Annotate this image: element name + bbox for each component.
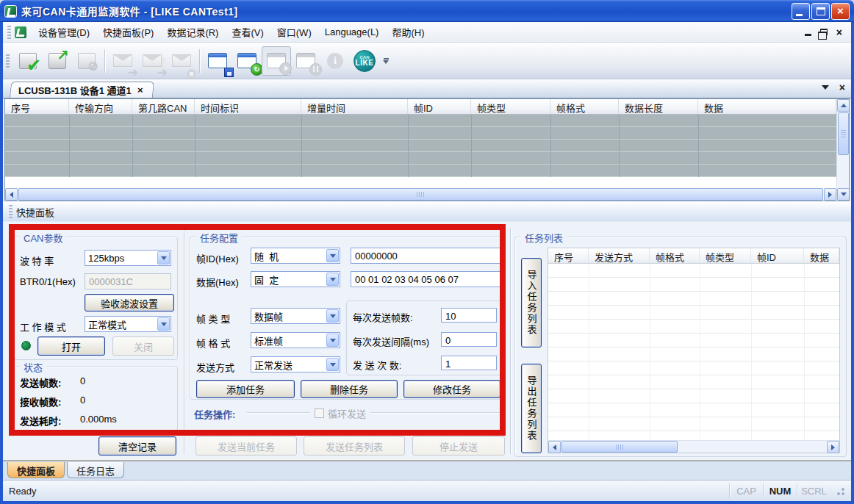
resize-grip[interactable]: [835, 486, 845, 496]
menu-item-device-management[interactable]: 设备管理(D): [32, 22, 96, 42]
scroll-right-arrow[interactable]: [824, 188, 836, 201]
frame-type-select[interactable]: 数据帧: [251, 308, 340, 324]
connect-device-icon[interactable]: ✔: [13, 46, 43, 76]
scroll-down-arrow[interactable]: [837, 188, 850, 201]
delete-task-button[interactable]: 删除任务: [301, 380, 398, 398]
toolbar-grip[interactable]: [6, 54, 10, 68]
tab-channel-document[interactable]: LCUSB-131B 设备1 通道1 ×: [10, 82, 155, 98]
scroll-left-arrow[interactable]: [548, 441, 561, 453]
open-button[interactable]: 打开: [37, 336, 105, 356]
pause-icon[interactable]: [291, 46, 320, 76]
frame-format-select[interactable]: 标准帧: [251, 332, 340, 348]
scroll-left-arrow[interactable]: [5, 188, 18, 201]
horizontal-scrollbar[interactable]: [5, 188, 836, 201]
column-header[interactable]: 数据: [804, 248, 839, 263]
column-header[interactable]: 帧ID: [408, 99, 471, 114]
tab-bar-close-icon[interactable]: ×: [839, 83, 845, 92]
stop-send-icon[interactable]: [167, 46, 196, 76]
mdi-child-icon[interactable]: [15, 26, 26, 38]
chevron-down-icon[interactable]: [157, 251, 170, 264]
column-header[interactable]: 第几路CAN: [132, 99, 195, 114]
menubar-grip[interactable]: [7, 26, 11, 39]
column-header[interactable]: 帧类型: [471, 99, 550, 114]
menu-item-view[interactable]: 查看(V): [226, 22, 269, 42]
scroll-up-arrow[interactable]: [837, 99, 850, 112]
loop-send-checkbox[interactable]: [315, 408, 324, 418]
tab-close-icon[interactable]: ×: [137, 84, 143, 96]
mdi-minimize-button[interactable]: [805, 34, 811, 36]
task-table-body-empty[interactable]: [548, 264, 839, 440]
menu-item-language[interactable]: Language(L): [319, 24, 385, 40]
send-frame-icon[interactable]: ➜: [108, 46, 137, 76]
column-header[interactable]: 时间标识: [195, 99, 301, 114]
toolbar-overflow-button[interactable]: [381, 58, 391, 64]
tab-list-dropdown-icon[interactable]: [822, 85, 829, 90]
work-mode-select[interactable]: 正常模式: [85, 316, 171, 332]
refresh-icon[interactable]: ↻: [232, 46, 262, 76]
frame-id-input[interactable]: 00000000: [351, 248, 500, 264]
menu-item-quick-panel[interactable]: 快捷面板(P): [97, 22, 159, 42]
info-icon[interactable]: i: [320, 46, 350, 76]
filter-settings-button[interactable]: 验收滤波设置: [85, 294, 174, 312]
baud-rate-select[interactable]: 125kbps: [85, 250, 171, 266]
chevron-down-icon[interactable]: [326, 358, 339, 371]
scroll-thumb[interactable]: [561, 441, 678, 453]
scroll-right-arrow[interactable]: [827, 441, 839, 453]
column-header[interactable]: 数据长度: [619, 99, 698, 114]
column-header[interactable]: 数据: [698, 99, 836, 114]
column-header[interactable]: 传输方向: [69, 99, 132, 114]
tab-task-log[interactable]: 任务日志: [67, 462, 124, 478]
import-task-list-button[interactable]: 导入任务列表: [521, 258, 542, 348]
scroll-thumb[interactable]: [18, 188, 823, 201]
per-count-input[interactable]: 10: [441, 308, 497, 323]
column-header[interactable]: 帧格式: [550, 99, 619, 114]
send-mode-select[interactable]: 正常发送: [251, 356, 340, 372]
vertical-scrollbar[interactable]: [836, 99, 849, 201]
play-icon[interactable]: [262, 46, 291, 76]
save-record-icon[interactable]: [203, 46, 232, 76]
data-mode-select[interactable]: 固 定: [251, 271, 340, 287]
modify-task-button[interactable]: 修改任务: [403, 380, 500, 398]
chevron-down-icon[interactable]: [326, 334, 339, 347]
chevron-down-icon[interactable]: [326, 309, 339, 323]
frame-id-mode-select[interactable]: 随 机: [251, 248, 340, 264]
tab-quick-panel[interactable]: 快捷面板: [7, 462, 65, 478]
close-device-icon[interactable]: ⊘: [72, 46, 101, 76]
send-frame-list-icon[interactable]: ➜: [137, 46, 167, 76]
horizontal-scrollbar[interactable]: [548, 440, 839, 453]
add-task-button[interactable]: 添加任务: [196, 380, 295, 398]
grid-body-empty[interactable]: [5, 115, 836, 177]
chevron-down-icon[interactable]: [326, 249, 339, 262]
interval-input[interactable]: 0: [441, 332, 497, 347]
chevron-down-icon[interactable]: [157, 317, 170, 331]
data-input[interactable]: 00 01 02 03 04 05 06 07: [351, 271, 500, 287]
send-task-list-button[interactable]: 发送任务列表: [304, 436, 405, 456]
panel-grip[interactable]: [9, 205, 12, 218]
close-button[interactable]: ×: [831, 3, 850, 20]
mdi-restore-button[interactable]: [820, 29, 828, 35]
column-header[interactable]: 帧ID: [751, 248, 804, 263]
times-input[interactable]: 1: [441, 356, 497, 370]
mdi-close-button[interactable]: ×: [836, 28, 842, 37]
maximize-button[interactable]: [811, 3, 830, 20]
stop-send-button[interactable]: 停止发送: [412, 436, 505, 456]
column-header[interactable]: 序号: [5, 99, 69, 114]
export-task-list-button[interactable]: 导出任务列表: [521, 364, 542, 453]
title-bar[interactable]: 来可CAN卡通用监测软件 - [LIKE CANTest1] ×: [0, 0, 854, 22]
column-header[interactable]: 发送方式: [589, 248, 650, 263]
clear-record-button[interactable]: 清空记录: [98, 436, 176, 456]
menu-item-window[interactable]: 窗口(W): [271, 22, 317, 42]
column-header[interactable]: 序号: [548, 248, 589, 263]
send-current-task-button[interactable]: 发送当前任务: [195, 436, 297, 456]
like-logo-icon[interactable]: CAN LIKE: [350, 46, 379, 76]
menu-item-data-record[interactable]: 数据记录(R): [161, 22, 224, 42]
chevron-down-icon[interactable]: [326, 273, 339, 286]
open-device-icon[interactable]: ↗: [43, 46, 72, 76]
menu-item-help[interactable]: 帮助(H): [386, 22, 430, 42]
column-header[interactable]: 帧格式: [650, 248, 700, 263]
column-header[interactable]: 增量时间: [301, 99, 408, 114]
column-header[interactable]: 帧类型: [700, 248, 751, 263]
minimize-button[interactable]: [792, 3, 810, 20]
close-channel-button[interactable]: 关闭: [112, 336, 174, 356]
scroll-thumb[interactable]: [838, 112, 849, 155]
